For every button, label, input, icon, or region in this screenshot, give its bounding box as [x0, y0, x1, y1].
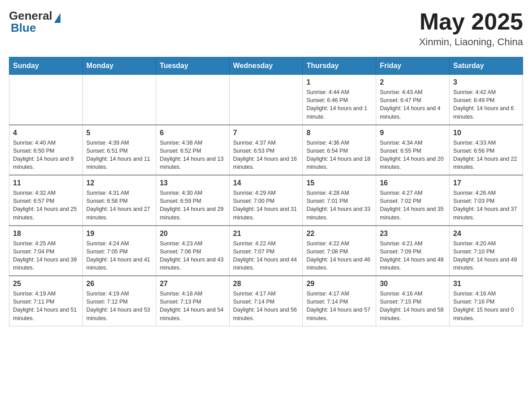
calendar-day-cell: 18Sunrise: 4:25 AM Sunset: 7:04 PM Dayli… — [9, 226, 83, 276]
calendar-day-cell: 20Sunrise: 4:23 AM Sunset: 7:06 PM Dayli… — [156, 226, 229, 276]
calendar-day-cell: 13Sunrise: 4:30 AM Sunset: 6:59 PM Dayli… — [156, 175, 229, 226]
calendar-weekday-header: Friday — [376, 57, 450, 75]
calendar-day-cell: 4Sunrise: 4:40 AM Sunset: 6:50 PM Daylig… — [9, 125, 83, 176]
calendar-weekday-header: Saturday — [450, 57, 523, 75]
calendar-day-cell: 17Sunrise: 4:26 AM Sunset: 7:03 PM Dayli… — [450, 175, 523, 226]
day-info: Sunrise: 4:39 AM Sunset: 6:51 PM Dayligh… — [86, 139, 152, 171]
calendar-weekday-header: Sunday — [9, 57, 83, 75]
day-info: Sunrise: 4:16 AM Sunset: 7:16 PM Dayligh… — [453, 290, 519, 322]
logo-blue-text: Blue — [9, 21, 36, 35]
calendar-week-row: 1Sunrise: 4:44 AM Sunset: 6:46 PM Daylig… — [9, 75, 523, 125]
day-info: Sunrise: 4:22 AM Sunset: 7:07 PM Dayligh… — [233, 240, 299, 272]
day-number: 5 — [86, 129, 152, 137]
day-info: Sunrise: 4:16 AM Sunset: 7:15 PM Dayligh… — [380, 290, 446, 322]
calendar-day-cell: 31Sunrise: 4:16 AM Sunset: 7:16 PM Dayli… — [450, 276, 523, 326]
calendar-day-cell: 19Sunrise: 4:24 AM Sunset: 7:05 PM Dayli… — [82, 226, 156, 276]
calendar-day-cell: 11Sunrise: 4:32 AM Sunset: 6:57 PM Dayli… — [9, 175, 83, 226]
day-number: 31 — [453, 280, 519, 288]
day-number: 19 — [86, 230, 152, 238]
day-number: 15 — [306, 179, 372, 187]
day-number: 29 — [306, 280, 372, 288]
day-info: Sunrise: 4:18 AM Sunset: 7:13 PM Dayligh… — [160, 290, 226, 322]
day-info: Sunrise: 4:31 AM Sunset: 6:58 PM Dayligh… — [86, 189, 152, 222]
calendar-day-cell — [9, 75, 83, 125]
day-info: Sunrise: 4:26 AM Sunset: 7:03 PM Dayligh… — [453, 189, 519, 222]
day-info: Sunrise: 4:38 AM Sunset: 6:52 PM Dayligh… — [160, 139, 226, 171]
day-info: Sunrise: 4:44 AM Sunset: 6:46 PM Dayligh… — [306, 88, 372, 121]
day-info: Sunrise: 4:32 AM Sunset: 6:57 PM Dayligh… — [13, 189, 79, 222]
day-info: Sunrise: 4:43 AM Sunset: 6:47 PM Dayligh… — [380, 88, 446, 121]
calendar-day-cell: 9Sunrise: 4:34 AM Sunset: 6:55 PM Daylig… — [376, 125, 450, 176]
day-number: 12 — [86, 179, 152, 187]
day-number: 3 — [453, 78, 519, 86]
page-header: General Blue May 2025 Xinmin, Liaoning, … — [9, 9, 523, 48]
day-number: 24 — [453, 230, 519, 238]
calendar-day-cell: 5Sunrise: 4:39 AM Sunset: 6:51 PM Daylig… — [82, 125, 156, 176]
day-info: Sunrise: 4:22 AM Sunset: 7:08 PM Dayligh… — [306, 240, 372, 272]
day-number: 11 — [13, 179, 79, 187]
calendar-day-cell — [229, 75, 303, 125]
day-number: 18 — [13, 230, 79, 238]
title-section: May 2025 Xinmin, Liaoning, China — [419, 9, 523, 48]
day-number: 21 — [233, 230, 299, 238]
day-number: 10 — [453, 129, 519, 137]
day-number: 20 — [160, 230, 226, 238]
day-info: Sunrise: 4:20 AM Sunset: 7:10 PM Dayligh… — [453, 240, 519, 272]
calendar-day-cell: 14Sunrise: 4:29 AM Sunset: 7:00 PM Dayli… — [229, 175, 303, 226]
calendar-day-cell: 30Sunrise: 4:16 AM Sunset: 7:15 PM Dayli… — [376, 276, 450, 326]
calendar-day-cell: 10Sunrise: 4:33 AM Sunset: 6:56 PM Dayli… — [450, 125, 523, 176]
day-number: 9 — [380, 129, 446, 137]
calendar-header-row: SundayMondayTuesdayWednesdayThursdayFrid… — [9, 57, 523, 75]
day-number: 14 — [233, 179, 299, 187]
day-info: Sunrise: 4:23 AM Sunset: 7:06 PM Dayligh… — [160, 240, 226, 272]
logo-triangle-icon — [54, 13, 60, 23]
day-number: 28 — [233, 280, 299, 288]
day-info: Sunrise: 4:17 AM Sunset: 7:14 PM Dayligh… — [306, 290, 372, 322]
day-info: Sunrise: 4:24 AM Sunset: 7:05 PM Dayligh… — [86, 240, 152, 272]
calendar-weekday-header: Wednesday — [229, 57, 303, 75]
calendar-day-cell: 24Sunrise: 4:20 AM Sunset: 7:10 PM Dayli… — [450, 226, 523, 276]
day-number: 30 — [380, 280, 446, 288]
day-number: 16 — [380, 179, 446, 187]
calendar-day-cell: 1Sunrise: 4:44 AM Sunset: 6:46 PM Daylig… — [303, 75, 376, 125]
day-info: Sunrise: 4:42 AM Sunset: 6:49 PM Dayligh… — [453, 88, 519, 121]
day-number: 1 — [306, 78, 372, 86]
calendar-day-cell: 27Sunrise: 4:18 AM Sunset: 7:13 PM Dayli… — [156, 276, 229, 326]
day-number: 26 — [86, 280, 152, 288]
day-number: 17 — [453, 179, 519, 187]
calendar-day-cell: 6Sunrise: 4:38 AM Sunset: 6:52 PM Daylig… — [156, 125, 229, 176]
day-info: Sunrise: 4:28 AM Sunset: 7:01 PM Dayligh… — [306, 189, 372, 222]
day-info: Sunrise: 4:25 AM Sunset: 7:04 PM Dayligh… — [13, 240, 79, 272]
calendar-day-cell: 7Sunrise: 4:37 AM Sunset: 6:53 PM Daylig… — [229, 125, 303, 176]
day-info: Sunrise: 4:34 AM Sunset: 6:55 PM Dayligh… — [380, 139, 446, 171]
day-number: 23 — [380, 230, 446, 238]
day-number: 2 — [380, 78, 446, 86]
calendar-day-cell: 28Sunrise: 4:17 AM Sunset: 7:14 PM Dayli… — [229, 276, 303, 326]
day-info: Sunrise: 4:33 AM Sunset: 6:56 PM Dayligh… — [453, 139, 519, 171]
day-info: Sunrise: 4:36 AM Sunset: 6:54 PM Dayligh… — [306, 139, 372, 171]
calendar-day-cell: 8Sunrise: 4:36 AM Sunset: 6:54 PM Daylig… — [303, 125, 376, 176]
day-info: Sunrise: 4:21 AM Sunset: 7:09 PM Dayligh… — [380, 240, 446, 272]
calendar-week-row: 18Sunrise: 4:25 AM Sunset: 7:04 PM Dayli… — [9, 226, 523, 276]
calendar-day-cell: 21Sunrise: 4:22 AM Sunset: 7:07 PM Dayli… — [229, 226, 303, 276]
day-number: 22 — [306, 230, 372, 238]
day-info: Sunrise: 4:17 AM Sunset: 7:14 PM Dayligh… — [233, 290, 299, 322]
day-number: 13 — [160, 179, 226, 187]
calendar-day-cell: 29Sunrise: 4:17 AM Sunset: 7:14 PM Dayli… — [303, 276, 376, 326]
calendar-weekday-header: Tuesday — [156, 57, 229, 75]
logo: General Blue — [9, 9, 60, 35]
calendar-day-cell: 2Sunrise: 4:43 AM Sunset: 6:47 PM Daylig… — [376, 75, 450, 125]
calendar-day-cell: 15Sunrise: 4:28 AM Sunset: 7:01 PM Dayli… — [303, 175, 376, 226]
calendar-day-cell: 16Sunrise: 4:27 AM Sunset: 7:02 PM Dayli… — [376, 175, 450, 226]
day-number: 27 — [160, 280, 226, 288]
calendar-table: SundayMondayTuesdayWednesdayThursdayFrid… — [9, 57, 523, 326]
calendar-week-row: 4Sunrise: 4:40 AM Sunset: 6:50 PM Daylig… — [9, 125, 523, 176]
calendar-day-cell: 22Sunrise: 4:22 AM Sunset: 7:08 PM Dayli… — [303, 226, 376, 276]
day-info: Sunrise: 4:27 AM Sunset: 7:02 PM Dayligh… — [380, 189, 446, 222]
day-number: 8 — [306, 129, 372, 137]
calendar-week-row: 11Sunrise: 4:32 AM Sunset: 6:57 PM Dayli… — [9, 175, 523, 226]
calendar-day-cell — [156, 75, 229, 125]
day-info: Sunrise: 4:37 AM Sunset: 6:53 PM Dayligh… — [233, 139, 299, 171]
day-number: 4 — [13, 129, 79, 137]
month-title: May 2025 — [419, 9, 523, 34]
